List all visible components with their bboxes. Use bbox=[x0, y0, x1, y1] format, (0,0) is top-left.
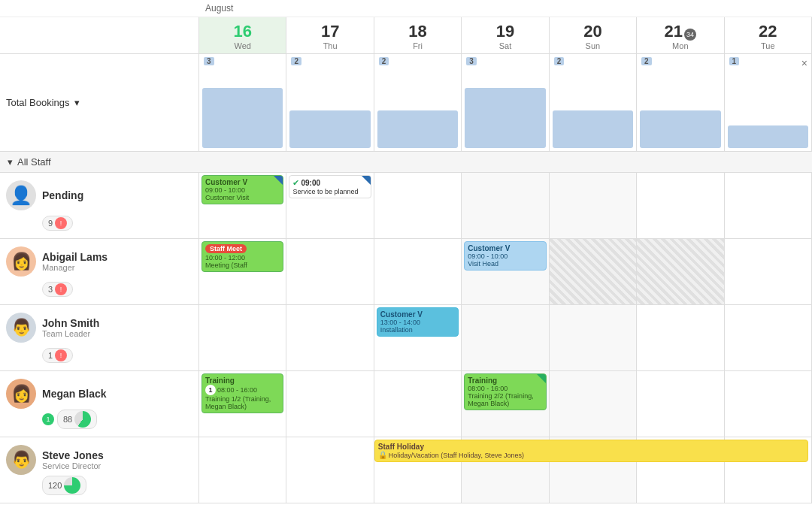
event-title: Customer V bbox=[205, 178, 280, 186]
staff-cell bbox=[199, 305, 286, 370]
header-left bbox=[0, 17, 199, 53]
staff-top: 👩 Megan Black bbox=[6, 379, 192, 409]
event-card[interactable]: Training 08:00 - 16:00 Training 2/2 (Tra… bbox=[464, 373, 546, 410]
booking-col-4: 2 bbox=[550, 54, 637, 151]
event-card[interactable]: Staff Holiday 🔒 Holiday/Vacation (Staff … bbox=[374, 440, 808, 462]
staff-info: 👨 Steve Jones Service Director 120 bbox=[0, 437, 199, 503]
staff-cell bbox=[550, 239, 637, 304]
booking-count: 3 bbox=[466, 57, 477, 65]
event-card[interactable]: Customer V 09:00 - 10:00 Customer Visit bbox=[201, 175, 283, 204]
date-day: Sat bbox=[465, 41, 545, 50]
event-title: Training bbox=[468, 376, 542, 385]
event-card[interactable]: Customer V 09:00 - 10:00 Visit Head bbox=[464, 241, 546, 271]
staff-row: 👩 Abigail Lams Manager 3 ! Staff Meet 10… bbox=[0, 239, 812, 305]
staff-info: 👤 Pending 9 ! bbox=[0, 173, 199, 238]
staff-cell bbox=[286, 305, 374, 370]
staff-cell bbox=[637, 239, 724, 304]
staff-cell bbox=[286, 437, 374, 503]
event-card[interactable]: Customer V 13:00 - 14:00 Installation bbox=[377, 307, 459, 337]
date-col-17[interactable]: 17 Thu bbox=[286, 17, 374, 53]
bookings-selector[interactable]: Total Bookings ▾ bbox=[6, 97, 80, 108]
staff-cell bbox=[286, 239, 374, 304]
chart-icon bbox=[64, 477, 80, 494]
check-icon: ✔ bbox=[292, 178, 299, 188]
badge-num: 9 ! bbox=[42, 216, 73, 231]
booking-count: 2 bbox=[554, 57, 565, 65]
event-badge-num: 1 bbox=[205, 385, 216, 395]
date-col-16[interactable]: 16 Wed bbox=[199, 17, 286, 53]
staff-rows: 👤 Pending 9 ! Customer V 09:00 - 10:00 C… bbox=[0, 173, 812, 526]
staff-badges: 1 ! bbox=[6, 348, 192, 363]
booking-col-0: 3 bbox=[199, 54, 286, 151]
booking-col-5: 2 bbox=[637, 54, 724, 151]
date-number: 16 bbox=[233, 22, 251, 41]
date-col-20[interactable]: 20 Sun bbox=[550, 17, 637, 53]
event-time: 13:00 - 14:00 bbox=[380, 319, 455, 326]
date-col-21[interactable]: 2134 Mon bbox=[637, 17, 724, 53]
staff-badges: 9 ! bbox=[6, 216, 192, 231]
staff-info: 👩 Megan Black 188 bbox=[0, 371, 199, 437]
staff-cell bbox=[550, 173, 637, 238]
corner-flag-icon bbox=[362, 176, 371, 185]
event-subtitle: Service to be planned bbox=[292, 188, 367, 195]
staff-cell bbox=[374, 239, 462, 304]
date-col-18[interactable]: 18 Fri bbox=[374, 17, 462, 53]
calendar-header: 16 Wed 17 Thu 18 Fri 19 Sat 20 Sun 2134 … bbox=[0, 17, 812, 54]
event-title: Training bbox=[205, 376, 280, 385]
badge-num: 3 ! bbox=[42, 282, 73, 297]
date-number: 19 bbox=[496, 22, 514, 41]
booking-bar bbox=[289, 110, 370, 148]
month-title: August bbox=[199, 0, 239, 17]
staff-cell: Customer V 09:00 - 10:00 Visit Head bbox=[462, 239, 549, 304]
yellow-subtitle: 🔒 Holiday/Vacation (Staff Holiday, Steve… bbox=[378, 451, 804, 459]
staff-cell: Customer V 13:00 - 14:00 Installation bbox=[374, 305, 462, 370]
week-badge: 34 bbox=[684, 29, 696, 41]
date-day: Thu bbox=[289, 41, 370, 50]
date-day: Wed bbox=[202, 41, 283, 50]
avatar: 👨 bbox=[6, 313, 36, 343]
badge-num: 1 ! bbox=[42, 348, 73, 363]
date-number: 17 bbox=[321, 22, 339, 41]
event-subtitle: Holiday/Vacation (Staff Holiday, Steve J… bbox=[389, 452, 524, 459]
green-badge: 1 bbox=[42, 413, 54, 425]
staff-role: Team Leader bbox=[42, 329, 99, 338]
event-card[interactable]: ✔ 09:00 Service to be planned bbox=[289, 175, 371, 198]
date-col-22[interactable]: 22 Tue bbox=[725, 17, 812, 53]
staff-cell bbox=[725, 173, 812, 238]
staff-badges: 120 bbox=[6, 476, 192, 495]
event-card[interactable]: Staff Meet 10:00 - 12:00 Meeting (Staff bbox=[201, 241, 283, 272]
event-time: 108:00 - 16:00 bbox=[205, 385, 280, 395]
date-number: 22 bbox=[759, 22, 777, 41]
staff-name: Steve Jones bbox=[42, 449, 104, 461]
date-number: 20 bbox=[583, 22, 601, 41]
corner-flag-icon bbox=[537, 374, 546, 383]
staff-role: Service Director bbox=[42, 461, 104, 470]
booking-count: 3 bbox=[204, 57, 214, 65]
avatar: 👩 bbox=[6, 379, 36, 409]
booking-bar bbox=[728, 125, 808, 148]
booking-col-3: 3 bbox=[462, 54, 549, 151]
staff-cell bbox=[637, 305, 724, 370]
staff-row: 👨 John Smith Team Leader 1 ! Customer V … bbox=[0, 305, 812, 371]
chart-icon bbox=[74, 411, 91, 428]
bookings-label: Total Bookings bbox=[6, 97, 70, 108]
lock-icon: 🔒 bbox=[378, 451, 387, 459]
staff-cell: Customer V 09:00 - 10:00 Customer Visit bbox=[199, 173, 286, 238]
alert-badge: ! bbox=[55, 217, 67, 229]
staff-top: 👨 Steve Jones Service Director bbox=[6, 445, 192, 475]
event-time: 10:00 - 12:00 bbox=[205, 254, 280, 261]
staff-cell bbox=[550, 305, 637, 370]
staff-row: 👨 Steve Jones Service Director 120 Staff… bbox=[0, 437, 812, 503]
event-title: Customer V bbox=[468, 244, 542, 252]
staff-cell bbox=[725, 305, 812, 370]
bookings-left: Total Bookings ▾ bbox=[0, 54, 199, 151]
avatar: 👨 bbox=[6, 445, 36, 475]
staff-cell bbox=[462, 173, 549, 238]
event-subtitle: Visit Head bbox=[468, 260, 542, 268]
staff-top: 👩 Abigail Lams Manager bbox=[6, 246, 192, 277]
event-card[interactable]: Training 108:00 - 16:00 Training 1/2 (Tr… bbox=[201, 373, 283, 413]
staff-name: John Smith bbox=[42, 317, 99, 329]
event-time: 08:00 - 16:00 bbox=[468, 385, 542, 392]
all-staff-header[interactable]: ▾ All Staff bbox=[0, 152, 812, 173]
date-col-19[interactable]: 19 Sat bbox=[462, 17, 549, 53]
